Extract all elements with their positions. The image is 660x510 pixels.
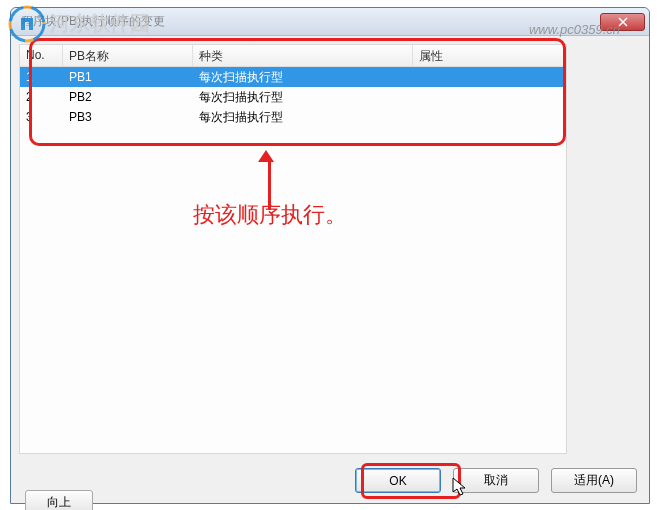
cell-name: PB2: [63, 88, 193, 106]
cell-type: 每次扫描执行型: [193, 67, 413, 88]
cell-no: 2: [20, 88, 63, 106]
cell-type: 每次扫描执行型: [193, 107, 413, 128]
ok-button[interactable]: OK: [355, 468, 441, 493]
col-header-attr[interactable]: 属性: [413, 45, 566, 66]
watermark-brand-text: 河东软件园: [50, 10, 150, 37]
table-header: No. PB名称 种类 属性: [20, 45, 566, 67]
col-header-name[interactable]: PB名称: [63, 45, 193, 66]
cell-name: PB1: [63, 68, 193, 86]
svg-rect-4: [29, 18, 33, 30]
col-header-no[interactable]: No.: [20, 45, 63, 66]
watermark-url: www.pc0359.cn: [529, 22, 620, 37]
svg-point-0: [10, 7, 44, 41]
col-header-type[interactable]: 种类: [193, 45, 413, 66]
cell-name: PB3: [63, 108, 193, 126]
cell-attr: [413, 75, 566, 79]
cell-attr: [413, 95, 566, 99]
apply-button[interactable]: 适用(A): [551, 468, 637, 493]
table-row[interactable]: 2 PB2 每次扫描执行型: [20, 87, 566, 107]
move-up-button[interactable]: 向上: [25, 490, 93, 510]
watermark-logo: [8, 5, 46, 46]
cell-no: 3: [20, 108, 63, 126]
table-body: 1 PB1 每次扫描执行型 2 PB2 每次扫描执行型 3 PB3 每次扫描执行…: [20, 67, 566, 127]
cell-type: 每次扫描执行型: [193, 87, 413, 108]
table-row[interactable]: 1 PB1 每次扫描执行型: [20, 67, 566, 87]
table-row[interactable]: 3 PB3 每次扫描执行型: [20, 107, 566, 127]
dialog-window: 程序块(PB)执行顺序的变更 No. PB名称 种类 属性 1 PB1 每次扫描…: [10, 7, 650, 504]
table-panel: No. PB名称 种类 属性 1 PB1 每次扫描执行型 2 PB2 每次扫描执…: [19, 44, 567, 454]
button-bar: OK 取消 适用(A): [11, 468, 649, 493]
cell-no: 1: [20, 68, 63, 86]
cell-attr: [413, 115, 566, 119]
cancel-button[interactable]: 取消: [453, 468, 539, 493]
